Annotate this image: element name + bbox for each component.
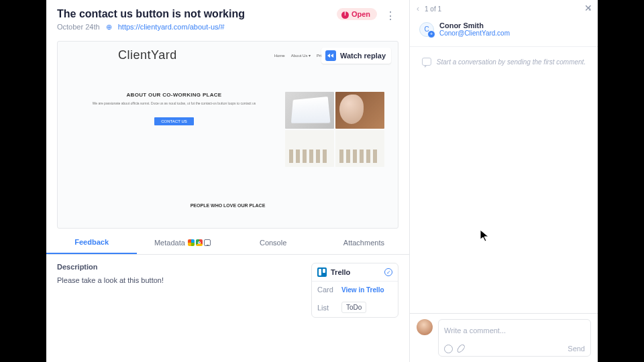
prev-button[interactable]: ‹ xyxy=(417,4,419,13)
image-grid xyxy=(285,92,386,167)
empty-conversation-text: Start a conversation by sending the firs… xyxy=(437,58,586,66)
emoji-icon[interactable] xyxy=(444,345,453,353)
composer-avatar xyxy=(417,319,433,335)
contact-us-button[interactable]: CONTACT US xyxy=(154,117,193,125)
more-menu-button[interactable]: ⋮ xyxy=(382,8,398,23)
site-footer-heading: PEOPLE WHO LOVE OUR PLACE xyxy=(70,203,386,208)
description-text: Please take a look at this button! xyxy=(57,276,305,284)
tab-feedback[interactable]: Feedback xyxy=(46,231,137,254)
card-label: Card xyxy=(317,286,336,294)
pager-text: 1 of 1 xyxy=(425,5,586,13)
integration-card: Trello ✓ Card View in Trello List ToDo xyxy=(311,263,398,318)
list-value[interactable]: ToDo xyxy=(341,302,366,313)
view-in-trello-link[interactable]: View in Trello xyxy=(341,286,384,294)
watch-replay-button[interactable]: Watch replay xyxy=(321,48,391,64)
attachment-icon[interactable] xyxy=(455,343,466,354)
check-icon: ✓ xyxy=(384,268,392,276)
user-email[interactable]: Conor@ClientYard.com xyxy=(439,29,510,37)
trello-icon xyxy=(317,267,327,277)
tab-console[interactable]: Console xyxy=(228,231,319,254)
list-label: List xyxy=(317,304,336,312)
close-button[interactable]: ✕ xyxy=(584,3,592,13)
integration-name: Trello xyxy=(331,268,350,276)
tab-metadata[interactable]: Metadata xyxy=(137,231,227,254)
screenshot-preview: Watch replay ClientYard Home About Us ▾ … xyxy=(57,41,398,229)
windows-icon xyxy=(188,239,195,246)
issue-date: October 24th xyxy=(57,23,100,31)
globe-icon: ⊕ xyxy=(106,23,112,31)
chat-icon xyxy=(422,58,431,66)
about-heading: ABOUT OUR CO-WORKING PLACE xyxy=(76,92,272,98)
issue-title: The contact us button is not working xyxy=(57,8,331,20)
send-button[interactable]: Send xyxy=(568,345,585,353)
description-heading: Description xyxy=(57,263,305,271)
comment-input[interactable] xyxy=(444,326,585,335)
rewind-icon xyxy=(325,50,336,61)
user-name: Conor Smith xyxy=(439,21,510,29)
chrome-icon xyxy=(196,239,203,246)
tab-attachments[interactable]: Attachments xyxy=(319,231,409,254)
about-text: We are passionate about officia sumst. D… xyxy=(76,101,272,107)
site-brand: ClientYard xyxy=(118,48,177,62)
status-badge[interactable]: Open xyxy=(337,8,377,20)
monitor-icon xyxy=(204,239,211,246)
issue-url[interactable]: https://clientyard.com/about-us/# xyxy=(118,23,225,31)
user-avatar[interactable]: C xyxy=(419,22,434,37)
